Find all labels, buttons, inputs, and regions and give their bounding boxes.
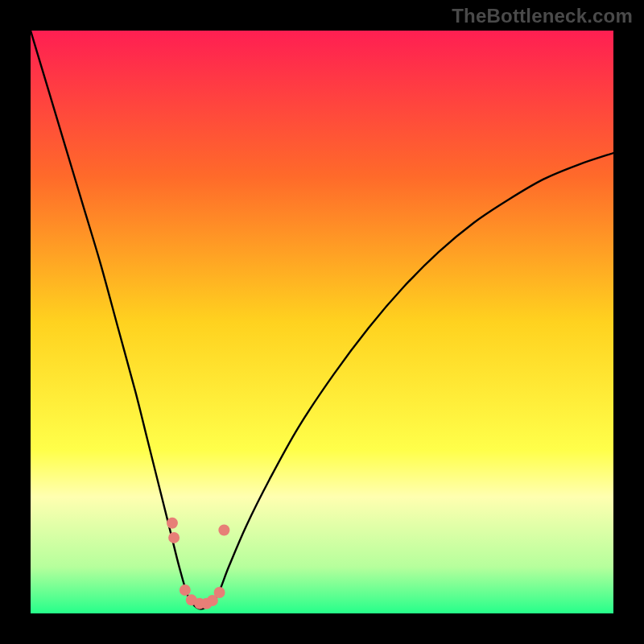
gradient-background xyxy=(31,31,613,613)
watermark-text: TheBottleneck.com xyxy=(452,5,633,27)
plot-area xyxy=(31,31,613,613)
data-marker xyxy=(218,524,229,535)
data-marker xyxy=(180,584,191,596)
data-marker xyxy=(167,518,178,529)
data-marker xyxy=(214,587,225,598)
chart-frame: TheBottleneck.com xyxy=(0,0,644,644)
data-marker xyxy=(168,532,180,543)
bottleneck-chart xyxy=(31,31,613,613)
